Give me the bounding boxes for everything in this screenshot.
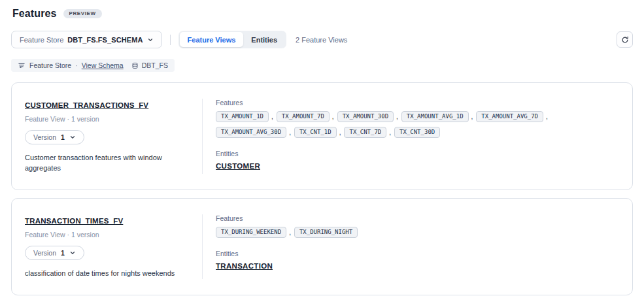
feature-store-icon: [18, 61, 25, 69]
refresh-button[interactable]: [617, 31, 633, 48]
refresh-icon: [621, 36, 629, 44]
version-dropdown[interactable]: Version 1: [25, 130, 84, 144]
entity-link-transaction[interactable]: TRANSACTION: [216, 262, 273, 270]
version-dropdown[interactable]: Version 1: [25, 246, 84, 260]
breadcrumb-database: DBT_FS: [131, 61, 168, 69]
database-icon: [131, 62, 139, 69]
tab-entities[interactable]: Entities: [243, 32, 285, 47]
breadcrumb: Feature Store · View Schema DBT_FS: [11, 59, 175, 72]
feature-chip: TX_AMOUNT_AVG_30D: [216, 127, 294, 138]
page-header: Features PREVIEW: [11, 8, 633, 20]
feature-chip-label: TX_AMOUNT_1D: [216, 111, 269, 122]
features-page: Features PREVIEW Feature Store DBT_FS.FS…: [0, 0, 644, 295]
feature-chip-label: TX_DURING_NIGHT: [294, 227, 358, 238]
version-value: 1: [61, 133, 65, 141]
feature-chip: TX_AMOUNT_AVG_1D: [401, 111, 476, 122]
feature-view-description: classification of date times for nights …: [25, 269, 189, 279]
feature-chip-label: TX_AMOUNT_30D: [337, 111, 394, 122]
feature-view-meta: Feature View · 1 version: [25, 231, 189, 239]
feature-chip: TX_AMOUNT_AVG_7D: [476, 111, 551, 122]
feature-chip-label: TX_AMOUNT_7D: [277, 111, 330, 122]
feature-view-card-transaction-times: TRANSACTION_TIMES_FV Feature View · 1 ve…: [11, 198, 633, 295]
feature-chip: TX_AMOUNT_30D: [337, 111, 401, 122]
feature-chip-label: TX_CNT_7D: [344, 127, 386, 138]
page-title: Features: [12, 8, 57, 20]
feature-chip: TX_CNT_7D: [344, 127, 394, 138]
version-label: Version: [33, 249, 56, 257]
entity-link-customer[interactable]: CUSTOMER: [216, 162, 260, 170]
chevron-down-icon: [69, 250, 76, 256]
view-tabs: Feature Views Entities: [178, 31, 287, 48]
card-summary: TRANSACTION_TIMES_FV Feature View · 1 ve…: [25, 214, 203, 279]
breadcrumb-store-label: Feature Store: [29, 61, 71, 69]
chevron-down-icon: [147, 37, 154, 43]
chevron-down-icon: [69, 134, 76, 141]
breadcrumb-separator: ·: [75, 61, 78, 69]
preview-badge: PREVIEW: [63, 9, 102, 18]
version-value: 1: [61, 249, 65, 257]
toolbar: Feature Store DBT_FS.FS_SCHEMA Feature V…: [11, 31, 633, 48]
feature-view-title-link[interactable]: CUSTOMER_TRANSACTIONS_FV: [25, 101, 148, 109]
feature-store-value: DBT_FS.FS_SCHEMA: [67, 36, 143, 44]
feature-view-card-customer-transactions: CUSTOMER_TRANSACTIONS_FV Feature View · …: [11, 82, 633, 190]
feature-chip-label: TX_AMOUNT_AVG_30D: [216, 127, 286, 138]
version-label: Version: [33, 133, 56, 141]
feature-chip-label: TX_AMOUNT_AVG_1D: [401, 111, 469, 122]
feature-chip-label: TX_AMOUNT_AVG_7D: [476, 111, 543, 122]
feature-views-count: 2 Feature Views: [296, 36, 347, 44]
view-schema-link[interactable]: View Schema: [82, 61, 124, 69]
card-summary: CUSTOMER_TRANSACTIONS_FV Feature View · …: [25, 99, 203, 174]
features-section-label: Features: [216, 214, 619, 222]
feature-chip-label: TX_CNT_1D: [294, 127, 337, 138]
card-details: Features TX_AMOUNT_1D TX_AMOUNT_7D TX_AM…: [203, 99, 619, 174]
card-details: Features TX_DURING_WEEKEND TX_DURING_NIG…: [203, 214, 619, 279]
entities-section-label: Entities: [216, 250, 619, 257]
entities-section-label: Entities: [216, 150, 619, 157]
feature-chip: TX_CNT_30D: [394, 127, 440, 138]
feature-chips-list: TX_DURING_WEEKEND TX_DURING_NIGHT: [216, 227, 608, 238]
feature-chip: TX_AMOUNT_1D: [216, 111, 277, 122]
feature-view-description: Customer transaction features with windo…: [25, 153, 189, 174]
entities-section: Entities TRANSACTION: [216, 250, 619, 271]
feature-chips-list: TX_AMOUNT_1D TX_AMOUNT_7D TX_AMOUNT_30D …: [216, 111, 608, 138]
feature-store-label: Feature Store: [20, 36, 63, 44]
features-section-label: Features: [216, 99, 619, 107]
feature-chip-label: TX_CNT_30D: [394, 127, 440, 138]
feature-store-dropdown[interactable]: Feature Store DBT_FS.FS_SCHEMA: [11, 31, 162, 48]
tab-feature-views[interactable]: Feature Views: [180, 32, 244, 47]
feature-chip: TX_CNT_1D: [294, 127, 345, 138]
entities-section: Entities CUSTOMER: [216, 150, 619, 171]
feature-chip: TX_AMOUNT_7D: [277, 111, 337, 122]
toolbar-divider: [170, 35, 171, 45]
feature-chip-label: TX_DURING_WEEKEND: [216, 227, 286, 238]
feature-chip: TX_DURING_WEEKEND: [216, 227, 294, 238]
feature-view-title-link[interactable]: TRANSACTION_TIMES_FV: [25, 217, 123, 225]
database-name: DBT_FS: [142, 61, 168, 69]
feature-view-meta: Feature View · 1 version: [25, 115, 189, 123]
feature-chip: TX_DURING_NIGHT: [294, 227, 358, 238]
